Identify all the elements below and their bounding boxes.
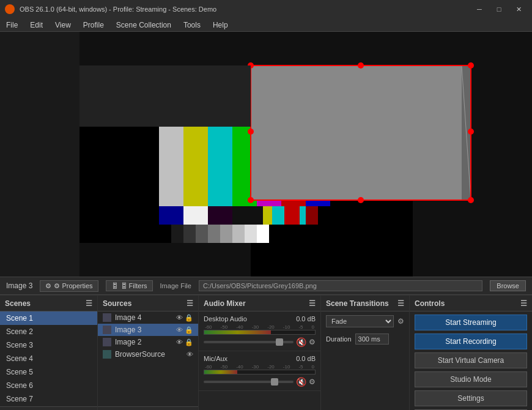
list-item[interactable]: Scene 5 (0, 365, 97, 379)
svg-rect-22 (183, 225, 196, 243)
list-item[interactable]: Scene 6 (0, 379, 97, 392)
list-item[interactable]: Scene 2 (0, 325, 97, 338)
menu-scene-collection[interactable]: Scene Collection (110, 20, 177, 31)
sources-panel: Sources ☰ Image 4 👁 🔒 Image 3 👁 (98, 296, 199, 410)
preview-area (0, 32, 532, 277)
minimize-button[interactable]: ─ (471, 3, 488, 15)
list-item[interactable]: Scene 3 (0, 338, 97, 352)
properties-button[interactable]: ⚙ ⚙ Properties (40, 280, 98, 292)
list-item[interactable]: BrowserSource 👁 (98, 348, 198, 360)
mic-aux-db: 0.0 dB (296, 355, 316, 362)
svg-rect-19 (330, 206, 339, 225)
controls-panel-menu-icon[interactable]: ☰ (520, 299, 527, 308)
scene-list: Scene 1 Scene 2 Scene 3 Scene 4 Scene 5 … (0, 311, 97, 406)
source-visible-icon[interactable]: 👁 (176, 314, 183, 322)
scenes-title: Scenes (5, 299, 31, 308)
gear-icon: ⚙ (45, 282, 51, 290)
close-button[interactable]: ✕ (510, 3, 527, 15)
audio-panel-body: Desktop Audio 0.0 dB -60-50-40-30-20-10-… (199, 311, 320, 410)
desktop-audio-name: Desktop Audio (204, 315, 247, 322)
svg-rect-31 (263, 206, 272, 225)
svg-rect-45 (79, 65, 251, 127)
source-lock-icon[interactable]: 🔒 (185, 338, 193, 346)
transition-settings-button[interactable]: ⚙ (397, 317, 404, 326)
source-name-label: Image 2 (115, 338, 141, 346)
transitions-panel: Scene Transitions ☰ Fade Cut Swipe Slide… (321, 296, 410, 410)
audio-panel-menu-icon[interactable]: ☰ (309, 299, 316, 308)
controls-title: Controls (415, 299, 445, 308)
desktop-audio-meter (204, 330, 316, 335)
list-item[interactable]: Image 3 👁 🔒 (98, 324, 198, 336)
controls-panel-body: Start Streaming Start Recording Start Vi… (410, 311, 532, 410)
image-file-label: Image File (160, 282, 191, 289)
scenes-panel-menu-icon[interactable]: ☰ (86, 299, 92, 308)
source-visible-icon[interactable]: 👁 (176, 338, 183, 346)
source-lock-icon[interactable]: 🔒 (185, 326, 193, 334)
list-item[interactable]: Scene 7 (0, 392, 97, 406)
sources-title: Sources (103, 299, 131, 308)
mic-aux-settings-button[interactable]: ⚙ (309, 378, 316, 386)
start-recording-button[interactable]: Start Recording (415, 334, 527, 349)
source-visible-icon[interactable]: 👁 (176, 326, 183, 334)
start-streaming-button[interactable]: Start Streaming (415, 315, 527, 330)
svg-rect-47 (79, 127, 159, 243)
transitions-title: Scene Transitions (326, 299, 389, 308)
list-item[interactable]: Image 4 👁 🔒 (98, 311, 198, 324)
studio-mode-button[interactable]: Studio Mode (415, 371, 527, 387)
menu-help[interactable]: Help (207, 20, 234, 31)
desktop-audio-fader[interactable] (204, 341, 294, 343)
svg-rect-27 (245, 225, 257, 243)
browse-button[interactable]: Browse (490, 280, 526, 291)
image-source-icon (103, 326, 111, 334)
maximize-button[interactable]: □ (490, 3, 508, 15)
transition-type-select[interactable]: Fade Cut Swipe Slide Stinger (326, 315, 394, 327)
menu-view[interactable]: View (49, 20, 77, 31)
svg-rect-32 (284, 206, 300, 225)
desktop-audio-settings-button[interactable]: ⚙ (309, 338, 316, 346)
controls-panel: Controls ☰ Start Streaming Start Recordi… (410, 296, 532, 410)
svg-rect-25 (220, 225, 232, 243)
app-icon (5, 4, 15, 14)
scenes-panel-footer: + − ∧ ∨ (0, 406, 97, 410)
source-visible-icon[interactable]: 👁 (187, 351, 193, 358)
list-item[interactable]: Scene 4 (0, 352, 97, 365)
filters-button[interactable]: 🎛 🎛 Filters (106, 280, 153, 291)
menu-edit[interactable]: Edit (24, 20, 49, 31)
selected-source-name: Image 3 (6, 281, 32, 290)
svg-rect-17 (306, 206, 318, 225)
transitions-panel-menu-icon[interactable]: ☰ (397, 299, 404, 308)
svg-rect-23 (196, 225, 208, 243)
svg-rect-21 (171, 225, 183, 243)
titlebar: OBS 26.1.0 (64-bit, windows) - Profile: … (0, 0, 532, 18)
controls-panel-header: Controls ☰ (410, 296, 532, 311)
mic-aux-fader[interactable] (204, 381, 294, 383)
desktop-audio-db: 0.0 dB (296, 315, 316, 322)
mic-aux-fader-row: 🔇 ⚙ (204, 377, 316, 387)
audio-panel-header: Audio Mixer ☰ (199, 296, 320, 311)
desktop-audio-fader-row: 🔇 ⚙ (204, 337, 316, 347)
menu-file[interactable]: File (0, 20, 24, 31)
source-name-label: BrowserSource (115, 350, 165, 359)
menu-tools[interactable]: Tools (177, 20, 207, 31)
settings-button[interactable]: Settings (415, 390, 527, 406)
desktop-audio-mute-button[interactable]: 🔇 (296, 337, 306, 347)
svg-point-41 (468, 197, 474, 203)
source-lock-icon[interactable]: 🔒 (185, 314, 193, 322)
duration-input[interactable] (355, 334, 389, 345)
svg-point-40 (468, 129, 474, 135)
file-path-display: C:/Users/OBS/Pictures/Grey169B.png (199, 280, 482, 291)
list-item[interactable]: Scene 1 (0, 311, 97, 325)
menu-profile[interactable]: Profile (77, 20, 110, 31)
filter-icon: 🎛 (111, 282, 118, 289)
properties-label: ⚙ Properties (54, 282, 92, 290)
svg-rect-11 (159, 206, 183, 225)
transitions-panel-body: Fade Cut Swipe Slide Stinger ⚙ Duration (321, 311, 409, 410)
mic-aux-mute-button[interactable]: 🔇 (296, 377, 306, 387)
svg-point-43 (248, 197, 254, 203)
sources-panel-menu-icon[interactable]: ☰ (187, 299, 193, 308)
list-item[interactable]: Image 2 👁 🔒 (98, 336, 198, 348)
start-virtual-camera-button[interactable]: Start Virtual Camera (415, 352, 527, 368)
svg-point-44 (248, 129, 254, 135)
svg-point-38 (358, 62, 364, 69)
image-source-icon (103, 313, 111, 322)
